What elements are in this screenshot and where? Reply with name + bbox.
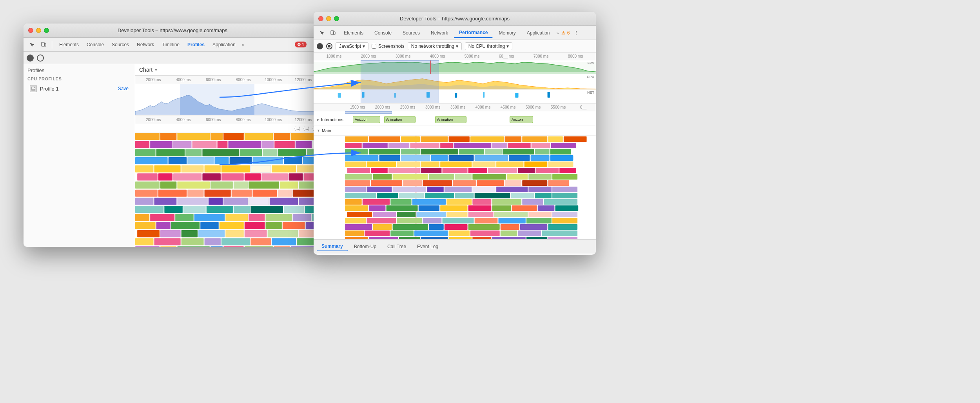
svg-rect-262 [468, 212, 494, 217]
svg-rect-21 [229, 141, 261, 148]
svg-rect-69 [205, 190, 231, 197]
clear-btn[interactable] [37, 54, 44, 62]
svg-rect-50 [158, 173, 172, 180]
tab-sources-right[interactable]: Sources [397, 28, 425, 38]
tab-timeline[interactable]: Timeline [158, 40, 183, 49]
svg-rect-0 [42, 42, 44, 46]
chart-dropdown-arrow[interactable]: ▾ [155, 67, 157, 73]
left-flame-chart[interactable]: // Generated in CSS [135, 133, 321, 247]
tab-performance-right[interactable]: Performance [454, 27, 493, 38]
svg-rect-31 [278, 149, 306, 156]
tab-application[interactable]: Application [209, 40, 240, 49]
profile-save-btn[interactable]: Save [118, 86, 129, 91]
bottom-tab-bottom-up[interactable]: Bottom-Up [349, 242, 381, 251]
record-btn[interactable] [27, 54, 34, 62]
svg-rect-9 [160, 133, 176, 140]
svg-rect-141 [483, 92, 485, 98]
svg-rect-169 [459, 149, 484, 154]
svg-rect-8 [135, 133, 160, 140]
svg-rect-176 [401, 155, 430, 161]
svg-rect-293 [345, 237, 368, 239]
svg-rect-33 [135, 157, 168, 164]
svg-rect-151 [505, 136, 521, 142]
tab-elements-right[interactable]: Elements [339, 28, 368, 38]
tab-sources[interactable]: Sources [108, 40, 133, 49]
tabs-more-btn[interactable]: » [242, 42, 244, 47]
fps-label: FPS [587, 61, 594, 65]
tab-network-right[interactable]: Network [426, 28, 453, 38]
cpu-label: CPU [587, 75, 594, 79]
tab-console[interactable]: Console [83, 40, 108, 49]
profile-1-item[interactable]: Profile 1 Save [27, 84, 131, 94]
svg-rect-53 [221, 173, 244, 180]
right-cursor-icon-btn[interactable] [317, 28, 327, 38]
profile-1-name: Profile 1 [40, 86, 115, 92]
right-minimize-btn[interactable] [326, 16, 331, 21]
bottom-tab-summary[interactable]: Summary [317, 242, 348, 251]
svg-rect-269 [423, 218, 441, 223]
svg-rect-163 [532, 143, 550, 148]
svg-rect-63 [249, 182, 279, 189]
svg-rect-99 [135, 222, 156, 229]
svg-rect-218 [522, 180, 547, 186]
cursor-icon-btn[interactable] [27, 40, 37, 50]
left-minimize-btn[interactable] [36, 28, 41, 33]
svg-rect-136 [338, 93, 341, 98]
bottom-tab-event-log[interactable]: Event Log [412, 242, 443, 251]
right-maximize-btn[interactable] [334, 16, 339, 21]
svg-rect-15 [291, 133, 315, 140]
svg-rect-67 [158, 190, 187, 197]
svg-rect-211 [345, 180, 370, 186]
main-expand-arrow[interactable]: ▼ [317, 129, 320, 133]
right-menu-btn[interactable]: ⋮ [572, 29, 581, 37]
svg-rect-160 [454, 143, 491, 148]
svg-rect-137 [362, 92, 364, 98]
svg-rect-234 [475, 193, 510, 198]
right-flame-chart[interactable] [314, 136, 596, 239]
tab-network[interactable]: Network [133, 40, 158, 49]
cpu-throttle-dropdown[interactable]: No CPU throttling ▾ [465, 42, 512, 50]
bottom-tabs: Summary Bottom-Up Call Tree Event Log [314, 239, 596, 253]
perf-record-btn[interactable] [317, 43, 323, 49]
svg-rect-199 [518, 168, 535, 173]
svg-rect-194 [388, 168, 420, 173]
svg-rect-36 [214, 157, 229, 164]
right-device-icon-btn[interactable] [328, 28, 338, 38]
left-maximize-btn[interactable] [44, 28, 49, 33]
svg-rect-201 [559, 168, 576, 173]
tab-memory-right[interactable]: Memory [494, 28, 521, 38]
network-throttle-dropdown[interactable]: No network throttling ▾ [408, 42, 462, 50]
svg-rect-237 [552, 193, 577, 198]
screenshots-check[interactable] [372, 44, 376, 49]
left-top-toolbar: Elements Console Sources Network Timelin… [24, 38, 321, 52]
svg-rect-158 [410, 143, 439, 148]
js-profile-dropdown[interactable]: JavaScript ▾ [336, 42, 368, 50]
svg-rect-260 [416, 212, 446, 217]
svg-rect-301 [548, 237, 577, 239]
perf-clear-btn[interactable] [326, 43, 332, 49]
device-icon-btn[interactable] [38, 40, 49, 50]
svg-rect-1 [44, 44, 46, 46]
interactions-expand-arrow[interactable]: ▶ [317, 118, 319, 122]
svg-rect-217 [505, 180, 521, 186]
svg-rect-265 [552, 212, 577, 217]
svg-rect-59 [160, 182, 176, 189]
svg-rect-168 [421, 149, 458, 154]
tab-profiles[interactable]: Profiles [183, 40, 209, 49]
left-close-btn[interactable] [28, 28, 33, 33]
screenshots-checkbox[interactable]: Screenshots [372, 44, 405, 49]
timeline-section: 1500 ms 2000 ms 2500 ms 3000 ms 3500 ms … [314, 103, 596, 239]
svg-rect-92 [175, 214, 193, 221]
tab-application-right[interactable]: Application [522, 28, 555, 38]
right-devtools-window: Developer Tools – https://www.google.com… [314, 12, 596, 255]
bottom-tab-call-tree[interactable]: Call Tree [383, 242, 411, 251]
right-tabs-more[interactable]: » [557, 31, 559, 35]
right-close-btn[interactable] [318, 16, 323, 21]
tab-console-right[interactable]: Console [369, 28, 397, 38]
svg-rect-274 [552, 218, 577, 223]
left-time-ruler-bottom: 2000 ms 4000 ms 6000 ms 8000 ms 10000 ms… [135, 116, 321, 124]
svg-rect-189 [496, 162, 523, 167]
tab-elements[interactable]: Elements [55, 40, 83, 49]
svg-rect-18 [173, 141, 191, 148]
svg-rect-258 [373, 212, 396, 217]
